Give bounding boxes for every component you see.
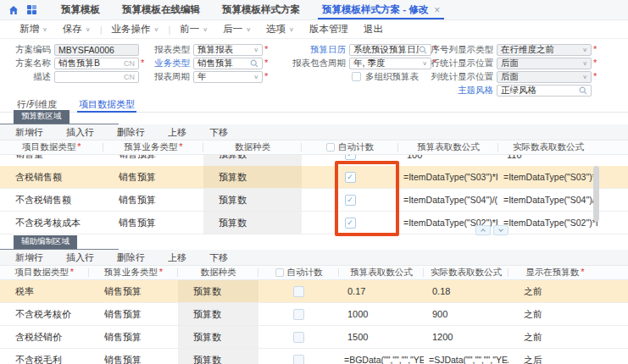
previous-button[interactable]: 前一∨ bbox=[172, 23, 215, 36]
scroll-down-icon[interactable] bbox=[493, 225, 509, 235]
add-row-button[interactable]: 新增行 bbox=[15, 251, 43, 264]
delete-row-button[interactable]: 删除行 bbox=[117, 251, 145, 264]
insert-row-button[interactable]: 插入行 bbox=[66, 126, 94, 139]
table-row[interactable]: 不含税毛利 销售预算 预算数 =BGData("","","","YEAR...… bbox=[0, 349, 628, 364]
seq-col-type-label: 序号列显示类型 bbox=[422, 44, 497, 56]
insert-row-button[interactable]: 插入行 bbox=[66, 251, 94, 264]
report-period-label: 报表周期 bbox=[149, 71, 193, 83]
add-row-button[interactable]: 新增行 bbox=[15, 126, 43, 139]
table-row[interactable]: 不含税考核价 销售预算 预算数 1000 900 之前 bbox=[0, 303, 628, 326]
next-button[interactable]: 后一∨ bbox=[215, 23, 258, 36]
col-budget-formula[interactable]: 预算表取数公式 bbox=[339, 267, 424, 279]
version-management-button[interactable]: 版本管理 bbox=[302, 23, 356, 36]
theme-style-lookup[interactable]: 正绿风格 bbox=[497, 85, 592, 97]
col-data-kind[interactable]: 数据种类 bbox=[203, 141, 302, 153]
detail-tabs: 行/列维度 项目数据类型 bbox=[0, 97, 628, 113]
table-row[interactable]: 销售量 销售预算 预算数 ✓ 100 110 bbox=[0, 155, 628, 166]
tab-style-scheme-edit-active[interactable]: 预算模板样式方案 - 修改 × bbox=[311, 0, 451, 19]
table-scroll-spinner bbox=[475, 225, 509, 235]
tab-budget-template-online-edit[interactable]: 预算模板在线编辑 bbox=[111, 0, 211, 19]
toolbar-separator: | bbox=[166, 25, 172, 35]
report-period-select[interactable]: 年∨ bbox=[193, 71, 263, 83]
auto-count-checkbox[interactable] bbox=[293, 309, 304, 320]
col-actual-formula[interactable]: 实际数表取数公式 bbox=[498, 141, 598, 153]
table-row[interactable]: 含税经销价 销售预算 预算数 1500 1200 之前 bbox=[0, 326, 628, 349]
business-type-label-link[interactable]: 业务类型 bbox=[149, 58, 193, 69]
field-seq-col-type: 序号列显示类型 在行维度之前∨ * bbox=[422, 43, 597, 56]
col-item-data-type[interactable]: 项目数据类型* bbox=[0, 141, 103, 153]
tab-budget-template[interactable]: 预算模板 bbox=[50, 0, 111, 19]
search-icon[interactable] bbox=[250, 59, 258, 68]
col-actual-formula[interactable]: 实际数表取数公式 bbox=[424, 267, 509, 279]
move-down-button[interactable]: 下移 bbox=[209, 126, 228, 139]
exit-button[interactable]: 退出 bbox=[356, 23, 391, 36]
col-total-pos-label: 列统计显示位置 bbox=[422, 71, 497, 83]
auxiliary-area-section: 辅助编制区域 bbox=[0, 238, 119, 250]
table-row[interactable]: 税率 销售预算 预算数 0.17 0.18 之前 bbox=[0, 280, 628, 303]
theme-style-label-link[interactable]: 主题风格 bbox=[422, 85, 497, 97]
table-vertical-scrollbar[interactable] bbox=[593, 157, 599, 235]
auto-count-checkbox[interactable] bbox=[293, 286, 304, 297]
period-contains-select[interactable]: 年, 季度∨ bbox=[349, 58, 431, 69]
tab-item-data-type[interactable]: 项目数据类型 bbox=[79, 97, 135, 112]
col-budget-business-type[interactable]: 预算业务类型* bbox=[89, 267, 178, 279]
move-up-button[interactable]: 上移 bbox=[168, 126, 186, 139]
scrollbar-thumb[interactable] bbox=[593, 166, 599, 222]
table-header: 项目数据类型* 预算业务类型* 数据种类 自动计数 预算表取数公式 实际数表取数… bbox=[0, 265, 628, 280]
budget-area-table: 项目数据类型* 预算业务类型* 数据种类 自动计数 预算表取数公式 实际数表取数… bbox=[0, 140, 628, 234]
auto-count-checkbox[interactable] bbox=[293, 332, 304, 343]
close-tab-icon[interactable]: × bbox=[434, 4, 440, 16]
home-icon[interactable] bbox=[8, 5, 19, 15]
auto-count-checkbox[interactable]: ✓ bbox=[345, 195, 356, 206]
tab-row-col-dimension[interactable]: 行/列维度 bbox=[17, 97, 57, 112]
scheme-code-input[interactable]: MBYSFA0006 bbox=[54, 44, 139, 56]
move-up-button[interactable]: 上移 bbox=[168, 251, 186, 264]
budget-calendar-lookup[interactable]: 系统预设预算日历 bbox=[349, 44, 431, 56]
multi-org-checkbox[interactable] bbox=[352, 72, 361, 81]
search-icon[interactable] bbox=[579, 86, 587, 95]
col-total-pos-select[interactable]: 后面∨ bbox=[497, 71, 592, 83]
col-auto-count[interactable]: 自动计数 bbox=[258, 267, 339, 279]
apps-grid-icon[interactable] bbox=[27, 5, 36, 14]
row-total-pos-select[interactable]: 后面∨ bbox=[497, 58, 592, 69]
auxiliary-area-actions: 新增行 插入行 删除行 上移 下移 bbox=[0, 250, 628, 265]
budget-calendar-label-link[interactable]: 预算日历 bbox=[285, 44, 349, 56]
header-checkbox[interactable] bbox=[275, 268, 284, 277]
scheme-name-input[interactable]: 销售预算BCN bbox=[54, 58, 139, 69]
budget-area-section: 预算数区域 bbox=[0, 113, 119, 124]
auto-count-checkbox[interactable]: ✓ bbox=[345, 172, 356, 183]
business-operation-button[interactable]: 业务操作∨ bbox=[104, 23, 167, 36]
col-data-kind[interactable]: 数据种类 bbox=[178, 267, 258, 279]
col-show-in-budget[interactable]: 显示在预算数* bbox=[509, 267, 602, 279]
add-button[interactable]: 新增∨ bbox=[12, 23, 55, 36]
required-mark: * bbox=[593, 45, 597, 54]
seq-col-type-select[interactable]: 在行维度之前∨ bbox=[497, 44, 592, 56]
field-scheme-name: 方案名称 销售预算BCN * bbox=[5, 57, 144, 69]
col-auto-count[interactable]: 自动计数 bbox=[302, 141, 398, 153]
col-budget-formula[interactable]: 预算表取数公式 bbox=[398, 141, 498, 153]
required-mark: * bbox=[264, 58, 268, 68]
auto-count-checkbox[interactable]: ✓ bbox=[345, 155, 356, 160]
save-button[interactable]: 保存∨ bbox=[55, 23, 98, 36]
scheme-code-label: 方案编码 bbox=[5, 44, 54, 56]
report-type-select[interactable]: 预算报表∨ bbox=[193, 44, 263, 56]
table-row[interactable]: 不含税考核成本 销售预算 预算数 ✓ =ItemDataType("S02")*… bbox=[0, 212, 628, 234]
field-report-type: 报表类型 预算报表∨ * bbox=[149, 43, 268, 56]
auxiliary-area-badge[interactable]: 辅助编制区域 bbox=[14, 235, 77, 249]
table-row[interactable]: 含税销售额 销售预算 预算数 ✓ =ItemDataType("S03")*It… bbox=[0, 166, 628, 189]
delete-row-button[interactable]: 删除行 bbox=[117, 126, 145, 139]
auto-count-checkbox[interactable] bbox=[293, 355, 304, 364]
field-theme-style: 主题风格 正绿风格 bbox=[422, 84, 597, 97]
description-input[interactable]: CN bbox=[54, 71, 139, 83]
options-button[interactable]: 选项∨ bbox=[258, 23, 302, 36]
business-type-lookup[interactable]: 销售预算 bbox=[193, 58, 263, 69]
budget-area-badge[interactable]: 预算数区域 bbox=[14, 110, 69, 124]
header-checkbox[interactable] bbox=[326, 143, 335, 152]
move-down-button[interactable]: 下移 bbox=[209, 251, 228, 264]
auto-count-checkbox[interactable]: ✓ bbox=[345, 218, 356, 229]
table-row[interactable]: 不含税销售额 销售预算 预算数 ✓ =ItemDataType("S04")/(… bbox=[0, 189, 628, 212]
col-item-data-type[interactable]: 项目数据类型* bbox=[0, 267, 89, 279]
tab-budget-template-style-scheme[interactable]: 预算模板样式方案 bbox=[211, 0, 311, 19]
scroll-up-icon[interactable] bbox=[475, 225, 491, 235]
col-budget-business-type[interactable]: 预算业务类型* bbox=[103, 141, 203, 153]
